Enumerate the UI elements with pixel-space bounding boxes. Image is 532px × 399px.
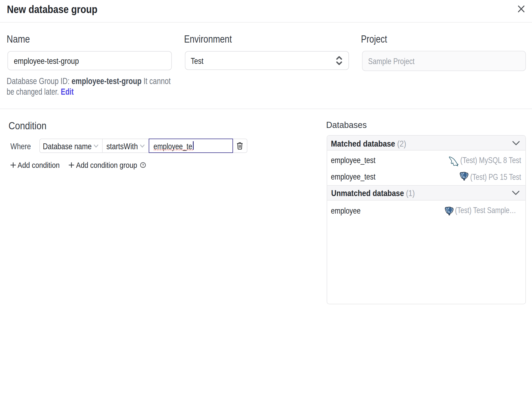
svg-text:?: ?: [142, 163, 144, 167]
